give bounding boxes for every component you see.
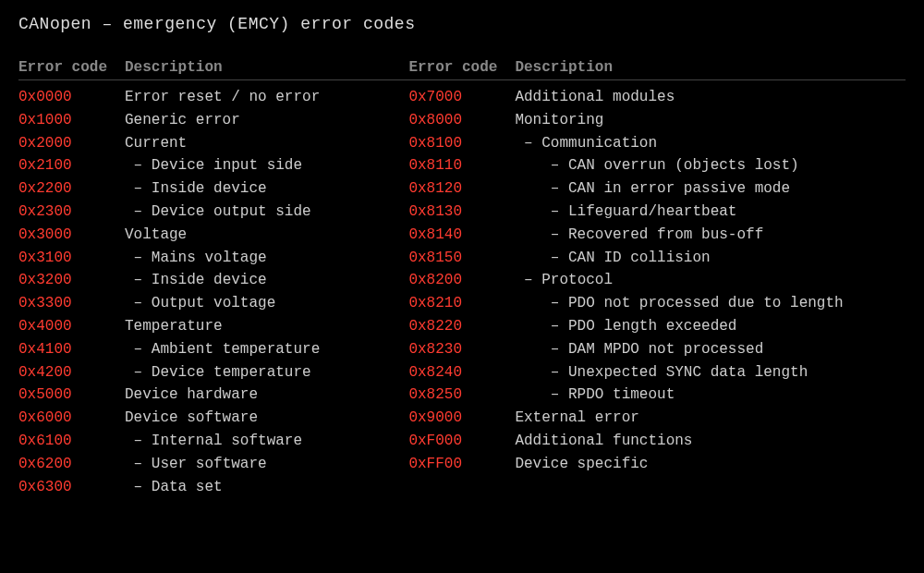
error-desc: Voltage xyxy=(125,224,408,247)
table-row: 0x8000Monitoring xyxy=(408,109,906,132)
error-desc: – User software xyxy=(125,453,408,476)
error-desc: Current xyxy=(125,132,408,155)
table-header: Error code Description xyxy=(408,59,906,80)
table-row: 0x8130 – Lifeguard/heartbeat xyxy=(408,201,906,224)
error-desc: – Recovered from bus-off xyxy=(515,224,906,247)
table-body-left: 0x0000Error reset / no error0x1000Generi… xyxy=(18,86,408,498)
error-desc: – Ambient temperature xyxy=(125,338,408,361)
error-desc: – CAN ID collision xyxy=(515,247,906,270)
error-desc: – DAM MPDO not processed xyxy=(515,338,906,361)
error-desc: – PDO length exceeded xyxy=(515,315,906,338)
page-title: CANopen – emergency (EMCY) error codes xyxy=(18,15,906,33)
table-row: 0x8250 – RPDO timeout xyxy=(408,384,906,407)
error-code: 0x8250 xyxy=(408,384,515,407)
table-row: 0xF000Additional functions xyxy=(408,430,906,453)
error-code: 0x8210 xyxy=(408,292,515,315)
table-row: 0x8240 – Unexpected SYNC data length xyxy=(408,361,906,384)
error-desc: – Communication xyxy=(515,132,906,155)
table-body-right: 0x7000Additional modules0x8000Monitoring… xyxy=(408,86,906,476)
table-row: 0x5000Device hardware xyxy=(18,384,408,407)
table-row: 0x6200 – User software xyxy=(18,453,408,476)
error-code: 0x6100 xyxy=(18,430,125,453)
table-row: 0x4000Temperature xyxy=(18,315,408,338)
error-desc: – Inside device xyxy=(125,269,408,292)
error-code: 0x8230 xyxy=(408,338,515,361)
error-desc: Error reset / no error xyxy=(125,86,408,109)
error-desc: – Internal software xyxy=(125,430,408,453)
error-desc: – Device input side xyxy=(125,154,408,177)
error-code: 0x6300 xyxy=(18,476,125,499)
error-desc: – Unexpected SYNC data length xyxy=(515,361,906,384)
error-code: 0x8200 xyxy=(408,269,515,292)
header-desc: Description xyxy=(125,59,408,76)
error-desc: – Data set xyxy=(125,476,408,499)
error-code: 0x8220 xyxy=(408,315,515,338)
table-row: 0x3200 – Inside device xyxy=(18,269,408,292)
table-row: 0x3300 – Output voltage xyxy=(18,292,408,315)
error-desc: – RPDO timeout xyxy=(515,384,906,407)
error-desc: – CAN in error passive mode xyxy=(515,177,906,201)
table-row: 0x2200 – Inside device xyxy=(18,177,408,201)
table-row: 0x8220 – PDO length exceeded xyxy=(408,315,906,338)
error-desc: – Protocol xyxy=(515,269,906,292)
table-row: 0x4100 – Ambient temperature xyxy=(18,338,408,361)
error-code: 0x8120 xyxy=(408,177,515,201)
error-code: 0x1000 xyxy=(18,109,125,132)
error-code: 0x8130 xyxy=(408,201,515,224)
error-code: 0x4100 xyxy=(18,338,125,361)
error-code: 0x2300 xyxy=(18,201,125,224)
error-code: 0x6200 xyxy=(18,453,125,476)
table-row: 0x6100 – Internal software xyxy=(18,430,408,453)
error-desc: Device hardware xyxy=(125,384,408,407)
table-row: 0x2000Current xyxy=(18,132,408,155)
column-left: Error code Description 0x0000Error reset… xyxy=(18,59,408,498)
error-code: 0x8240 xyxy=(408,361,515,384)
error-desc: External error xyxy=(515,407,906,430)
error-desc: Additional modules xyxy=(515,86,906,109)
error-code: 0xF000 xyxy=(408,430,515,453)
table-row: 0x6000Device software xyxy=(18,407,408,430)
error-code: 0x8150 xyxy=(408,247,515,270)
error-code: 0x0000 xyxy=(18,86,125,109)
error-desc: – Inside device xyxy=(125,177,408,201)
table-row: 0x1000Generic error xyxy=(18,109,408,132)
error-code: 0x4000 xyxy=(18,315,125,338)
column-right: Error code Description 0x7000Additional … xyxy=(408,59,906,498)
error-code: 0x5000 xyxy=(18,384,125,407)
error-code: 0x3200 xyxy=(18,269,125,292)
header-code: Error code xyxy=(18,59,125,76)
error-desc: Device software xyxy=(125,407,408,430)
error-desc: – Output voltage xyxy=(125,292,408,315)
error-code: 0x8000 xyxy=(408,109,515,132)
table-row: 0xFF00Device specific xyxy=(408,453,906,476)
error-desc: – Mains voltage xyxy=(125,247,408,270)
error-code: 0x2000 xyxy=(18,132,125,155)
table-row: 0x9000External error xyxy=(408,407,906,430)
table-row: 0x8100 – Communication xyxy=(408,132,906,155)
error-code: 0x8100 xyxy=(408,132,515,155)
error-desc: – CAN overrun (objects lost) xyxy=(515,154,906,177)
header-desc: Description xyxy=(515,59,906,76)
header-code: Error code xyxy=(408,59,515,76)
table-row: 0x8120 – CAN in error passive mode xyxy=(408,177,906,201)
table-row: 0x2300 – Device output side xyxy=(18,201,408,224)
error-desc: Generic error xyxy=(125,109,408,132)
table-row: 0x8110 – CAN overrun (objects lost) xyxy=(408,154,906,177)
error-desc: – PDO not processed due to length xyxy=(515,292,906,315)
error-code: 0x4200 xyxy=(18,361,125,384)
table-row: 0x3000Voltage xyxy=(18,224,408,247)
table-row: 0x8230 – DAM MPDO not processed xyxy=(408,338,906,361)
columns-container: Error code Description 0x0000Error reset… xyxy=(18,59,906,498)
error-code: 0x3100 xyxy=(18,247,125,270)
error-code: 0x8140 xyxy=(408,224,515,247)
table-row: 0x8200 – Protocol xyxy=(408,269,906,292)
error-desc: Additional functions xyxy=(515,430,906,453)
table-row: 0x7000Additional modules xyxy=(408,86,906,109)
error-code: 0x7000 xyxy=(408,86,515,109)
table-row: 0x2100 – Device input side xyxy=(18,154,408,177)
error-code: 0x8110 xyxy=(408,154,515,177)
error-code: 0x3300 xyxy=(18,292,125,315)
table-row: 0x0000Error reset / no error xyxy=(18,86,408,109)
error-code: 0x2200 xyxy=(18,177,125,201)
error-desc: – Device output side xyxy=(125,201,408,224)
